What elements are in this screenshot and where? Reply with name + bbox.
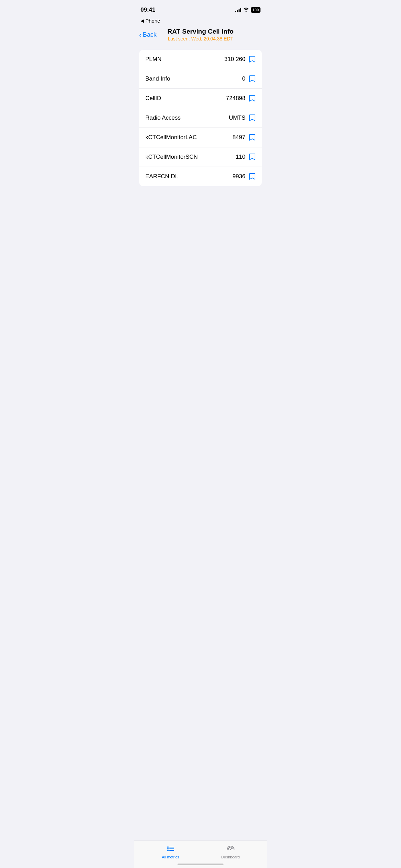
status-bar: 09:41 100	[134, 0, 267, 17]
battery-icon: 100	[251, 7, 260, 13]
last-seen-timestamp: Last seen: Wed, 20:04:38 EDT	[168, 36, 234, 41]
page-title: RAT Serving Cell Info	[168, 28, 234, 35]
bookmark-icon-2[interactable]	[249, 94, 256, 103]
table-row: Band Info 0	[139, 69, 262, 89]
signal-icon	[235, 8, 241, 12]
row-right-2: 724898	[226, 94, 256, 103]
bookmark-icon-3[interactable]	[249, 114, 256, 122]
row-label-0: PLMN	[145, 56, 161, 63]
table-row: Radio Access UMTS	[139, 108, 262, 128]
table-row: PLMN 310 260	[139, 50, 262, 69]
back-button[interactable]: ‹ Back	[139, 31, 157, 39]
row-label-4: kCTCellMonitorLAC	[145, 134, 197, 141]
row-value-0: 310 260	[224, 56, 245, 63]
row-value-1: 0	[242, 75, 245, 82]
row-value-4: 8497	[232, 134, 245, 141]
row-right-5: 110	[236, 153, 256, 161]
row-right-3: UMTS	[229, 114, 256, 122]
nav-header: ‹ Back RAT Serving Cell Info Last seen: …	[134, 25, 267, 43]
row-value-2: 724898	[226, 95, 245, 102]
back-chevron-icon: ‹	[139, 31, 142, 39]
status-time: 09:41	[141, 7, 155, 13]
row-label-1: Band Info	[145, 75, 170, 82]
wifi-icon	[243, 7, 249, 13]
table-row: kCTCellMonitorLAC 8497	[139, 128, 262, 147]
table-row: kCTCellMonitorSCN 110	[139, 147, 262, 167]
row-label-2: CellID	[145, 95, 161, 102]
row-label-3: Radio Access	[145, 114, 181, 121]
row-label-5: kCTCellMonitorSCN	[145, 154, 198, 160]
row-value-5: 110	[236, 154, 245, 160]
row-value-6: 9936	[232, 173, 245, 180]
nav-title: RAT Serving Cell Info Last seen: Wed, 20…	[168, 28, 234, 41]
phone-arrow-icon: ◀	[141, 18, 144, 23]
bookmark-icon-4[interactable]	[249, 133, 256, 142]
bookmark-icon-0[interactable]	[249, 55, 256, 63]
row-value-3: UMTS	[229, 114, 245, 121]
bookmark-icon-6[interactable]	[249, 172, 256, 181]
status-icons: 100	[235, 7, 260, 13]
phone-label: ◀ Phone	[134, 17, 267, 25]
row-right-4: 8497	[232, 133, 256, 142]
row-right-6: 9936	[232, 172, 256, 181]
table-row: CellID 724898	[139, 89, 262, 108]
row-label-6: EARFCN DL	[145, 173, 178, 180]
row-right-0: 310 260	[224, 55, 256, 63]
row-right-1: 0	[242, 75, 256, 83]
table-row: EARFCN DL 9936	[139, 167, 262, 186]
bookmark-icon-5[interactable]	[249, 153, 256, 161]
info-table: PLMN 310 260 Band Info 0 Cel	[139, 50, 262, 186]
bookmark-icon-1[interactable]	[249, 75, 256, 83]
content-area: PLMN 310 260 Band Info 0 Cel	[134, 50, 267, 227]
